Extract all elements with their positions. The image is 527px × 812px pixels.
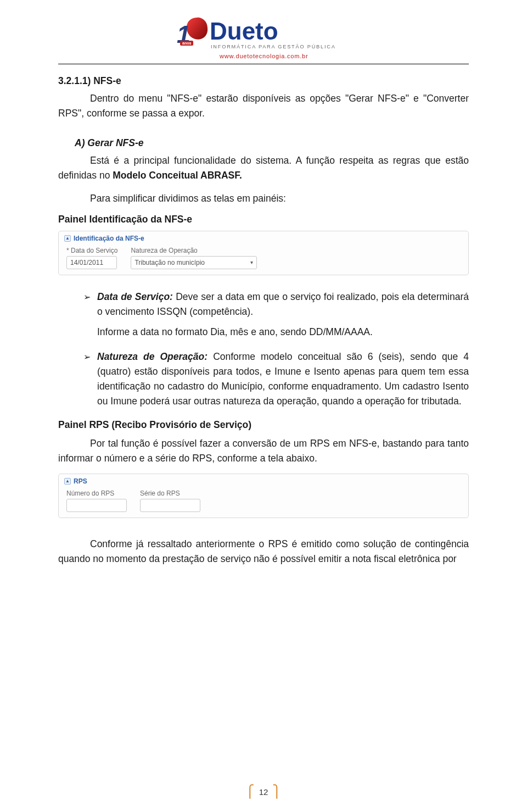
- screenshot-panel-rps: ▲ RPS Número do RPS Série do RPS: [58, 474, 469, 518]
- bullet-arrow-icon: ➢: [83, 349, 91, 415]
- input-data-servico[interactable]: 14/01/2011: [66, 256, 117, 269]
- logo-url: www.duetotecnologia.com.br: [220, 53, 308, 59]
- collapse-icon[interactable]: ▲: [64, 235, 71, 242]
- input-serie-rps[interactable]: [140, 499, 200, 512]
- logo-anos: anos: [180, 41, 193, 46]
- subsection-a-heading: A) Gerar NFS-e: [75, 137, 469, 149]
- bullet-data-servico: ➢ Data de Serviço: Deve ser a data em qu…: [83, 290, 469, 345]
- logo: 1 anos Dueto INFORMÁTICA PARA GESTÃO PÚB…: [170, 16, 357, 60]
- paragraph-a2: Para simplificar dividimos as telas em p…: [58, 191, 469, 206]
- panel1-heading: Painel Identificação da NFS-e: [58, 214, 469, 225]
- field-label-natureza: Natureza de Operação: [131, 247, 257, 254]
- field-label-serie-rps: Série do RPS: [140, 490, 200, 497]
- input-numero-rps[interactable]: [66, 499, 127, 512]
- paragraph-rps: Por tal função é possível fazer a conver…: [58, 436, 469, 466]
- logo-word: Dueto: [210, 18, 278, 45]
- select-natureza-operacao[interactable]: Tributação no município ▾: [131, 256, 257, 269]
- panel-title-text: Identificação da NFS-e: [74, 235, 144, 242]
- panel-title-text: RPS: [74, 477, 87, 485]
- collapse-icon[interactable]: ▲: [64, 478, 71, 485]
- bullet-natureza-operacao: ➢ Natureza de Operação: Conforme modelo …: [83, 349, 469, 415]
- paragraph-a1: Está é a principal funcionalidade do sis…: [58, 153, 469, 183]
- page-number: ⎧ 12 ⎫: [245, 785, 282, 799]
- header-logo: 1 anos Dueto INFORMÁTICA PARA GESTÃO PÚB…: [58, 16, 469, 60]
- panel2-heading: Painel RPS (Recibo Provisório de Serviço…: [58, 419, 469, 431]
- logo-tagline: INFORMÁTICA PARA GESTÃO PÚBLICA: [211, 44, 336, 49]
- screenshot-panel-identificacao: ▲ Identificação da NFS-e * Data do Servi…: [58, 231, 469, 275]
- field-label-data-servico: * Data do Serviço: [66, 247, 117, 254]
- intro-paragraph: Dentro do menu "NFS-e" estarão disponíve…: [58, 91, 469, 121]
- bullet-arrow-icon: ➢: [83, 290, 91, 345]
- field-label-numero-rps: Número do RPS: [66, 490, 127, 497]
- section-heading: 3.2.1.1) NFS-e: [58, 75, 469, 87]
- paragraph-final: Conforme já ressaltado anteriormente o R…: [58, 537, 469, 566]
- chevron-down-icon: ▾: [250, 259, 253, 265]
- header-rule: [58, 64, 469, 64]
